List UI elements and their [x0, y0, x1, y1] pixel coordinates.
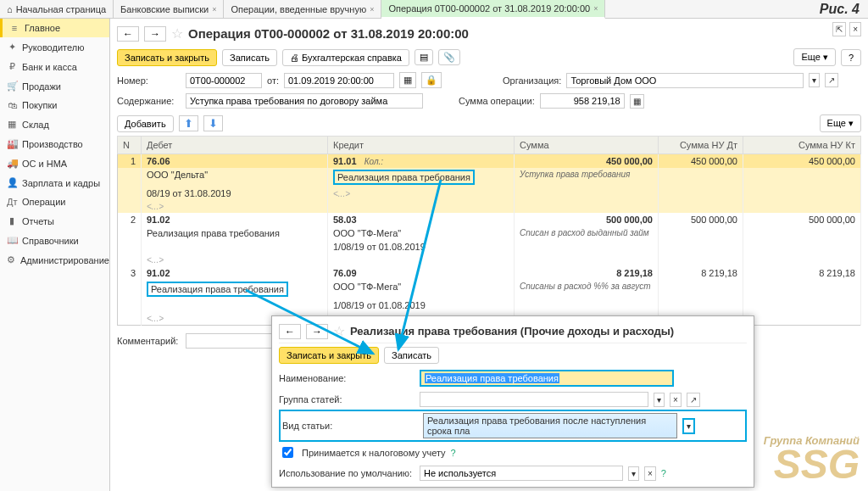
tab-close-icon[interactable]: ×	[370, 5, 374, 14]
table-row[interactable]: 391.0276.09 8 219,188 219,188 219,18	[118, 266, 861, 280]
sidebar-item-10[interactable]: ▮Отчеты	[0, 211, 109, 231]
help-button[interactable]: ?	[841, 49, 861, 66]
comment-label: Комментарий:	[117, 336, 181, 346]
number-field[interactable]	[186, 73, 262, 88]
home-icon: ⌂	[7, 4, 13, 14]
toolbar-icon1[interactable]: ▤	[415, 49, 433, 65]
save-button[interactable]: Записать	[222, 49, 277, 66]
table-row[interactable]: 176.0691.01 Кол.:450 000,00450 000,00450…	[118, 154, 861, 169]
calc-icon[interactable]: ▦	[630, 94, 644, 109]
popup-other-income: ← → ☆ Реализация права требования (Прочи…	[271, 315, 754, 488]
forward-button[interactable]: →	[144, 26, 166, 42]
open-external-icon[interactable]: ⇱	[832, 22, 846, 36]
add-button[interactable]: Добавить	[117, 115, 174, 132]
org-label: Организация:	[503, 75, 561, 86]
popup-group-label: Группа статей:	[279, 394, 415, 405]
sum-label: Сумма операции:	[459, 96, 535, 106]
popup-save[interactable]: Записать	[384, 347, 439, 364]
popup-tax-help-icon[interactable]: ?	[451, 448, 456, 458]
popup-default-help-icon[interactable]: ?	[661, 468, 666, 478]
watermark: Группа Компаний SSG	[764, 436, 860, 483]
sidebar-icon: ⚙	[7, 254, 15, 265]
sidebar-item-12[interactable]: ⚙Администрирование	[0, 250, 109, 270]
sidebar-item-3[interactable]: 🛒Продажи	[0, 76, 109, 96]
table-row[interactable]: 08/19 от 31.08.2019<...>	[118, 187, 861, 200]
calendar-icon[interactable]: ▦	[399, 72, 416, 88]
col-debit: Дебет	[142, 137, 328, 154]
popup-tax-checkbox[interactable]	[282, 447, 293, 458]
popup-default-field[interactable]	[420, 466, 623, 481]
close-icon[interactable]: ×	[849, 22, 861, 36]
grid-more-button[interactable]: Еще ▾	[820, 114, 861, 132]
popup-back[interactable]: ←	[279, 324, 301, 339]
tab-2[interactable]: Операции, введенные вручную×	[224, 0, 381, 18]
popup-type-dropdown-icon[interactable]: ▾	[682, 418, 695, 434]
table-row[interactable]: <...>	[118, 254, 861, 266]
sidebar-item-4[interactable]: 🛍Покупки	[0, 96, 109, 114]
sidebar-icon: ▮	[7, 215, 17, 226]
popup-default-dropdown-icon[interactable]: ▾	[628, 466, 639, 481]
tab-1[interactable]: Банковские выписки×	[114, 0, 224, 18]
lock-icon[interactable]: 🔒	[421, 72, 442, 88]
sidebar-item-1[interactable]: ✦Руководителю	[0, 37, 109, 57]
sidebar-icon: Дт	[7, 197, 17, 207]
content-label: Содержание:	[117, 96, 181, 106]
sidebar-item-8[interactable]: 👤Зарплата и кадры	[0, 173, 109, 192]
tab-close-icon[interactable]: ×	[212, 5, 216, 14]
table-row[interactable]: ООО "Дельта"Реализация права требованияУ…	[118, 168, 861, 187]
sidebar-item-7[interactable]: 🚚ОС и НМА	[0, 153, 109, 173]
attach-icon[interactable]: 📎	[438, 49, 460, 65]
move-up-button[interactable]: ⬆	[179, 115, 198, 131]
sidebar-item-5[interactable]: ▦Склад	[0, 114, 109, 134]
popup-save-close[interactable]: Записать и закрыть	[279, 347, 379, 364]
tab-3[interactable]: Операция 0Т00-000002 от 31.08.2019 20:00…	[381, 0, 605, 19]
sidebar-icon: 🚚	[7, 158, 17, 169]
popup-type-label: Вид статьи:	[282, 421, 418, 431]
popup-group-dropdown-icon[interactable]: ▾	[654, 393, 665, 407]
table-row[interactable]: Реализация права требованияООО "ТФ-Мега"…	[118, 280, 861, 299]
back-button[interactable]: ←	[117, 26, 139, 42]
org-field[interactable]	[566, 73, 804, 88]
save-close-button[interactable]: Записать и закрыть	[117, 49, 217, 66]
sidebar-icon: 🛒	[7, 81, 17, 92]
tab-close-icon[interactable]: ×	[593, 4, 598, 13]
accounting-ref-button[interactable]: 🖨 Бухгалтерская справка	[282, 49, 409, 66]
sidebar-item-0[interactable]: ≡Главное	[0, 19, 109, 37]
col-nu-dt: Сумма НУ Дт	[659, 137, 743, 154]
popup-default-clear-icon[interactable]: ×	[644, 466, 656, 481]
number-label: Номер:	[117, 75, 181, 86]
org-dropdown-icon[interactable]: ▾	[809, 73, 820, 87]
sum-field[interactable]	[540, 93, 625, 109]
tab-0[interactable]: ⌂ Начальная страница	[0, 0, 114, 18]
col-nu-kt: Сумма НУ Кт	[743, 137, 861, 154]
sidebar: ≡Главное✦Руководителю₽Банк и касса🛒Прода…	[0, 19, 110, 491]
popup-star-icon[interactable]: ☆	[333, 323, 345, 339]
entries-grid[interactable]: N Дебет Кредит Сумма Сумма НУ Дт Сумма Н…	[117, 136, 861, 326]
sidebar-item-6[interactable]: 🏭Производство	[0, 134, 109, 153]
table-row[interactable]: 291.0258.03 500 000,00500 000,00500 000,…	[118, 213, 861, 226]
more-button[interactable]: Еще ▾	[793, 48, 835, 66]
sidebar-item-2[interactable]: ₽Банк и касса	[0, 57, 109, 76]
popup-group-clear-icon[interactable]: ×	[670, 393, 682, 407]
content-field[interactable]	[186, 93, 423, 109]
table-row[interactable]: 1/08/19 от 01.08.2019	[118, 240, 861, 254]
favorite-star-icon[interactable]: ☆	[171, 25, 183, 42]
popup-type-dropdown[interactable]: Реализация права требования после наступ…	[423, 413, 677, 438]
table-row[interactable]: <...>	[118, 200, 861, 213]
popup-name-field[interactable]: Реализация права требования	[420, 370, 674, 387]
col-n: N	[118, 137, 142, 154]
sidebar-item-9[interactable]: ДтОперации	[0, 192, 109, 211]
org-open-icon[interactable]: ↗	[825, 73, 838, 87]
popup-group-open-icon[interactable]: ↗	[687, 393, 700, 407]
sidebar-icon: ▦	[7, 119, 17, 130]
table-row[interactable]: Реализация права требованияООО "ТФ-Мега"…	[118, 226, 861, 240]
date-field[interactable]	[284, 73, 394, 88]
col-sum: Сумма	[515, 137, 659, 154]
popup-forward[interactable]: →	[306, 324, 328, 339]
popup-name-label: Наименование:	[279, 373, 415, 383]
table-row[interactable]: 1/08/19 от 01.08.2019	[118, 299, 861, 312]
popup-group-field[interactable]	[420, 392, 648, 407]
sidebar-item-11[interactable]: 📖Справочники	[0, 231, 109, 250]
sidebar-icon: ✦	[7, 42, 17, 53]
move-down-button[interactable]: ⬇	[203, 115, 223, 131]
